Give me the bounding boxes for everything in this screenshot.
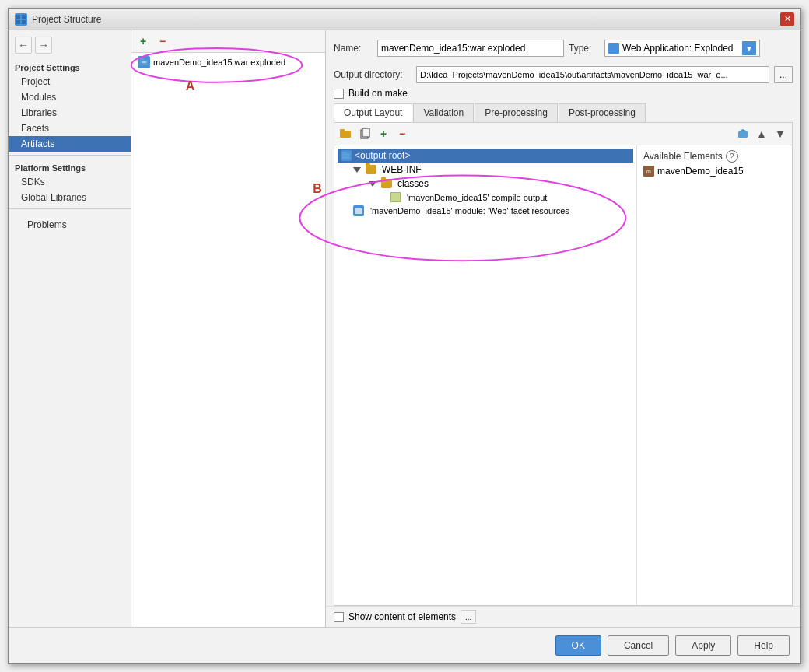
expand-classes-icon [369, 181, 376, 187]
layout-tree: <output root> WEB-INF classes [334, 145, 636, 605]
web-inf-label: WEB-INF [382, 164, 422, 175]
ok-button[interactable]: OK [555, 635, 601, 656]
svg-rect-10 [142, 61, 146, 63]
layout-copy-btn[interactable] [356, 125, 373, 142]
artifact-icon [138, 56, 150, 68]
app-icon [15, 13, 27, 26]
name-input[interactable] [377, 40, 564, 57]
detail-panel: Name: Type: Web Application: Exploded ▼ … [326, 30, 800, 627]
title-bar: Project Structure ✕ [9, 9, 800, 30]
compile-output-icon [390, 192, 401, 202]
dialog-footer: OK Cancel Apply Help [9, 627, 800, 663]
build-on-make-row: Build on make [326, 88, 800, 103]
sidebar-item-sdks[interactable]: SDKs [9, 174, 131, 190]
platform-settings-label: Platform Settings [9, 159, 131, 174]
tree-item-web-inf[interactable]: WEB-INF [338, 163, 633, 177]
artifacts-toolbar: + − [131, 30, 325, 53]
available-item-label: mavenDemo_idea15 [657, 166, 744, 177]
sidebar-item-problems[interactable]: Problems [15, 217, 131, 233]
svg-text:m: m [646, 169, 651, 174]
svg-rect-14 [362, 128, 369, 137]
available-elements-panel: Available Elements ? m mavenDemo_idea15 [636, 145, 792, 605]
output-layout-panel: + − ▲ ▼ [334, 122, 793, 606]
help-icon[interactable]: ? [726, 150, 738, 163]
svg-rect-17 [342, 153, 350, 159]
artifact-name: mavenDemo_idea15:war exploded [153, 58, 285, 67]
show-content-more-button[interactable]: ... [461, 610, 476, 624]
svg-rect-9 [140, 58, 144, 61]
close-button[interactable]: ✕ [780, 12, 794, 26]
show-content-row: Show content of elements ... [326, 606, 800, 627]
artifacts-panel: + − mavenDemo_idea15:war exploded [131, 30, 326, 627]
tree-item-output-root[interactable]: <output root> [338, 149, 633, 163]
svg-rect-18 [342, 152, 346, 154]
apply-button[interactable]: Apply [675, 635, 731, 656]
svg-rect-4 [16, 15, 20, 19]
artifact-list-item[interactable]: mavenDemo_idea15:war exploded [131, 53, 325, 72]
svg-rect-6 [16, 20, 20, 24]
tab-output-layout[interactable]: Output Layout [334, 103, 412, 122]
svg-rect-15 [738, 131, 748, 138]
sidebar-item-global-libraries[interactable]: Global Libraries [9, 190, 131, 205]
layout-add-btn[interactable]: + [375, 125, 392, 142]
tab-pre-processing[interactable]: Pre-processing [475, 103, 558, 122]
svg-marker-16 [738, 129, 748, 131]
expand-web-inf-icon [353, 167, 361, 173]
tab-post-processing[interactable]: Post-processing [559, 103, 646, 122]
help-button[interactable]: Help [737, 635, 790, 656]
window-title: Project Structure [32, 14, 101, 25]
output-root-label: <output root> [355, 150, 410, 161]
type-select[interactable]: Web Application: Exploded ▼ [604, 40, 760, 57]
name-label: Name: [334, 43, 373, 54]
type-label: Type: [569, 43, 600, 54]
available-elements-label: Available Elements [643, 151, 723, 162]
browse-button[interactable]: ... [774, 66, 793, 83]
sidebar: ← → Project Settings Project Modules Lib… [9, 30, 131, 627]
remove-artifact-button[interactable]: − [154, 33, 171, 50]
web-inf-folder-icon [366, 165, 376, 174]
type-value: Web Application: Exploded [622, 43, 734, 54]
show-content-checkbox[interactable] [334, 612, 344, 622]
layout-toolbar: + − ▲ ▼ [334, 123, 792, 145]
output-root-icon [341, 150, 352, 161]
output-dir-input[interactable] [416, 66, 769, 83]
project-settings-label: Project Settings [9, 58, 131, 74]
svg-rect-5 [22, 15, 26, 19]
tree-item-classes[interactable]: classes [338, 177, 633, 191]
compile-output-label: 'mavenDemo_idea15' compile output [407, 193, 547, 202]
build-on-make-checkbox[interactable] [334, 89, 344, 99]
svg-rect-19 [355, 208, 362, 214]
type-dropdown-arrow[interactable]: ▼ [742, 41, 756, 55]
svg-rect-11 [340, 131, 351, 138]
build-on-make-label: Build on make [348, 88, 408, 99]
layout-up-btn[interactable]: ▲ [753, 125, 770, 142]
tree-item-compile-output[interactable]: 'mavenDemo_idea15' compile output [338, 191, 633, 204]
back-button[interactable]: ← [15, 37, 32, 54]
layout-remove-btn[interactable]: − [394, 125, 411, 142]
module-icon: m [643, 166, 654, 177]
sidebar-item-libraries[interactable]: Libraries [9, 105, 131, 121]
type-icon [608, 43, 619, 54]
layout-down-btn[interactable]: ▼ [772, 125, 789, 142]
forward-button[interactable]: → [35, 37, 52, 54]
web-facet-icon [353, 205, 364, 216]
tree-item-web-facet[interactable]: 'mavenDemo_idea15' module: 'Web' facet r… [338, 204, 633, 218]
output-dir-row: Output directory: ... [326, 66, 800, 88]
classes-folder-icon [381, 179, 392, 188]
show-content-label: Show content of elements [348, 611, 456, 622]
sidebar-item-artifacts[interactable]: Artifacts [9, 136, 131, 152]
layout-package-btn[interactable] [734, 125, 751, 142]
available-item-mavendemo[interactable]: m mavenDemo_idea15 [640, 164, 789, 178]
sidebar-item-project[interactable]: Project [9, 74, 131, 89]
svg-rect-7 [22, 20, 26, 24]
sidebar-item-facets[interactable]: Facets [9, 121, 131, 136]
tab-validation[interactable]: Validation [413, 103, 474, 122]
tabs-row: Output Layout Validation Pre-processing … [326, 103, 800, 122]
add-artifact-button[interactable]: + [135, 33, 152, 50]
sidebar-item-modules[interactable]: Modules [9, 89, 131, 105]
cancel-button[interactable]: Cancel [608, 635, 669, 656]
classes-label: classes [397, 178, 429, 189]
output-dir-label: Output directory: [334, 69, 412, 80]
svg-rect-12 [340, 129, 345, 131]
layout-folder-btn[interactable] [338, 125, 355, 142]
